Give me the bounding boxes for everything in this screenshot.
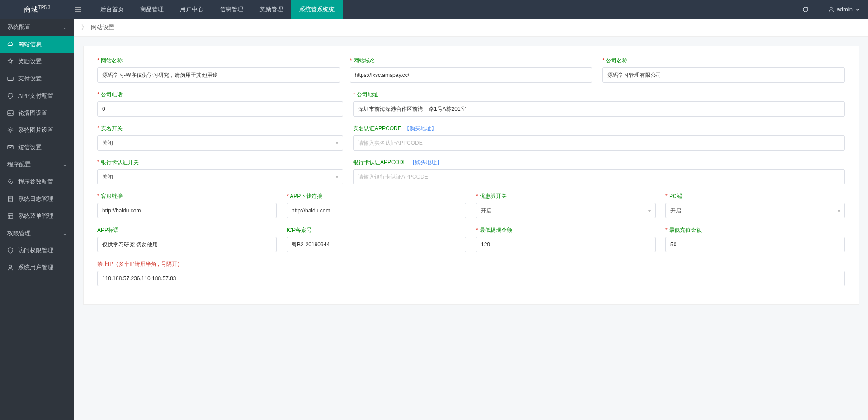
sidebar-item[interactable]: 访问权限管理 — [0, 242, 74, 259]
chevron-down-icon: ▾ — [336, 141, 338, 146]
topnav-item[interactable]: 信息管理 — [212, 0, 251, 19]
sidebar-item[interactable]: 系统菜单管理 — [0, 208, 74, 225]
toggle-sidebar-button[interactable] — [74, 6, 92, 13]
brand-name: 商城 — [24, 5, 38, 13]
realname-appcode-buy-link[interactable]: 【购买地址】 — [404, 125, 437, 132]
cloud-icon — [7, 41, 14, 47]
label-coupon-switch: 优惠券开关 — [476, 193, 656, 200]
bank-appcode-input[interactable] — [353, 169, 845, 184]
sidebar-group-auth[interactable]: 权限管理 ⌄ — [0, 225, 74, 242]
image-icon — [7, 110, 14, 116]
svg-point-4 — [9, 112, 10, 113]
label-bank-appcode: 银行卡认证APPCODE【购买地址】 — [353, 159, 845, 166]
pc-switch-select[interactable]: 开启▾ — [665, 203, 845, 218]
menu-icon — [74, 6, 81, 13]
sidebar-group-system[interactable]: 系统配置 ⌄ — [0, 19, 74, 36]
chevron-down-icon — [855, 7, 860, 12]
select-value: 开启 — [481, 207, 492, 215]
sidebar-item[interactable]: 奖励设置 — [0, 53, 74, 70]
ban-ip-input[interactable] — [97, 271, 845, 286]
label-pc-switch: PC端 — [665, 193, 845, 200]
label-company-phone: 公司电话 — [97, 91, 343, 99]
site-domain-input[interactable] — [350, 67, 593, 83]
sidebar-item[interactable]: 系统日志管理 — [0, 190, 74, 208]
min-withdraw-input[interactable] — [476, 237, 656, 252]
svg-rect-3 — [8, 111, 13, 116]
user-menu[interactable]: admin — [820, 6, 868, 13]
form-card: 网站名称 网站域名 公司名称 — [83, 46, 859, 305]
breadcrumb-label: 网站设置 — [91, 24, 114, 32]
link-icon — [7, 179, 14, 185]
sidebar-group-label: 系统配置 — [7, 23, 31, 31]
sidebar-item[interactable]: 短信设置 — [0, 139, 74, 156]
refresh-icon — [802, 6, 809, 13]
realname-switch-select[interactable]: 关闭▾ — [97, 135, 343, 151]
chevron-down-icon: ⌄ — [62, 24, 67, 30]
sidebar-group-label: 程序配置 — [7, 160, 31, 169]
label-company-name: 公司名称 — [602, 57, 845, 65]
service-url-input[interactable] — [97, 203, 277, 218]
app-slogan-input[interactable] — [97, 237, 277, 252]
app-download-input[interactable] — [287, 203, 466, 218]
min-recharge-input[interactable] — [665, 237, 845, 252]
sidebar-item-label: 系统用户管理 — [18, 264, 53, 272]
select-value: 关闭 — [102, 139, 113, 147]
sidebar-item-label: 程序参数配置 — [18, 178, 53, 186]
topnav-item[interactable]: 用户中心 — [172, 0, 212, 19]
label-site-domain: 网站域名 — [350, 57, 593, 65]
refresh-button[interactable] — [802, 6, 820, 13]
bank-switch-select[interactable]: 关闭▾ — [97, 169, 343, 184]
sidebar-item[interactable]: 支付设置 — [0, 70, 74, 87]
sidebar-item[interactable]: APP支付配置 — [0, 87, 74, 104]
label-bank-switch: 银行卡认证开关 — [97, 159, 343, 166]
company-name-input[interactable] — [602, 67, 845, 83]
sidebar-item-label: 支付设置 — [18, 75, 42, 83]
breadcrumb: 》 网站设置 — [74, 19, 868, 37]
topnav-item[interactable]: 系统管系统统 — [291, 0, 343, 19]
icp-input[interactable] — [287, 237, 466, 252]
company-phone-input[interactable] — [97, 101, 343, 117]
sidebar-item-label: 访问权限管理 — [18, 246, 53, 255]
sidebar-group-program[interactable]: 程序配置 ⌄ — [0, 156, 74, 173]
brand-version: TP5.3 — [38, 5, 51, 10]
chevron-down-icon: ⌄ — [62, 230, 67, 236]
sidebar-group-label: 权限管理 — [7, 229, 31, 237]
sidebar-item-label: 系统日志管理 — [18, 195, 53, 203]
company-addr-input[interactable] — [353, 101, 845, 117]
chevron-down-icon: ▾ — [648, 208, 651, 213]
sidebar-item[interactable]: 网站信息 — [0, 36, 74, 53]
top-bar: 商城TP5.3 后台首页商品管理用户中心信息管理奖励管理系统管系统统 admin — [0, 0, 868, 19]
topnav-item[interactable]: 商品管理 — [132, 0, 172, 19]
sidebar-item[interactable]: 轮播图设置 — [0, 104, 74, 122]
bank-appcode-buy-link[interactable]: 【购买地址】 — [410, 159, 442, 165]
svg-point-5 — [9, 129, 11, 131]
label-realname-switch: 实名开关 — [97, 125, 343, 132]
sidebar-item[interactable]: 系统用户管理 — [0, 259, 74, 276]
sidebar-item-label: 轮播图设置 — [18, 109, 47, 117]
sidebar-item-label: 奖励设置 — [18, 57, 42, 66]
menu-icon — [7, 213, 14, 219]
user-name: admin — [837, 6, 853, 13]
topnav-item[interactable]: 后台首页 — [92, 0, 132, 19]
breadcrumb-icon: 》 — [81, 24, 86, 32]
top-nav: 后台首页商品管理用户中心信息管理奖励管理系统管系统统 — [92, 0, 343, 19]
log-icon — [7, 196, 14, 202]
realname-appcode-input[interactable] — [353, 135, 845, 151]
coupon-switch-select[interactable]: 开启▾ — [476, 203, 656, 218]
sidebar-item-label: APP支付配置 — [18, 92, 53, 100]
user-icon — [7, 264, 14, 271]
label-min-withdraw: 最低提现金额 — [476, 227, 656, 234]
user-icon — [828, 6, 834, 12]
label-site-name: 网站名称 — [97, 57, 340, 65]
label-company-addr: 公司地址 — [353, 91, 845, 99]
svg-point-2 — [12, 79, 13, 80]
site-name-input[interactable] — [97, 67, 340, 83]
label-min-recharge: 最低充值金额 — [665, 227, 845, 234]
label-icp: ICP备案号 — [287, 227, 466, 234]
chevron-down-icon: ▾ — [838, 208, 840, 213]
label-ban-ip: 禁止IP（多个IP请用半角 , 号隔开） — [97, 260, 845, 268]
sidebar-item[interactable]: 程序参数配置 — [0, 173, 74, 190]
wallet-icon — [7, 76, 14, 82]
sidebar-item[interactable]: 系统图片设置 — [0, 122, 74, 139]
topnav-item[interactable]: 奖励管理 — [251, 0, 291, 19]
